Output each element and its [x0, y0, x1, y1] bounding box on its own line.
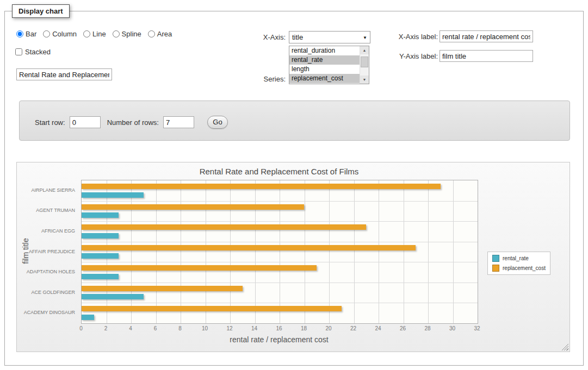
- start-row-caption: Start row:: [35, 118, 65, 127]
- x-axis-caption: X-Axis:: [242, 33, 286, 41]
- scroll-thumb[interactable]: [361, 57, 368, 67]
- x-tick-label: 26: [400, 325, 406, 331]
- chart-x-axis-label: rental rate / replacement cost: [81, 335, 477, 344]
- y-category-label: AFRICAN EGG: [17, 228, 75, 234]
- y-axis-label-input[interactable]: [440, 50, 533, 62]
- gridline: [329, 180, 330, 323]
- y-category-label: AFFAIR PREJUDICE: [17, 249, 75, 254]
- bar-rental_rate: [82, 274, 119, 279]
- x-axis-selected-value: title: [292, 33, 303, 41]
- series-options-list: rental_durationrental_ratelengthreplacem…: [289, 46, 360, 84]
- gridline: [206, 180, 206, 323]
- chart-type-radio-area[interactable]: [148, 30, 155, 37]
- gridline: [107, 180, 107, 323]
- chart-type-label: Bar: [26, 30, 36, 38]
- gridline: [379, 180, 379, 323]
- legend-label: replacement_cost: [503, 265, 546, 271]
- y-axis-label-caption: Y-Axis label:: [386, 52, 438, 60]
- bar-rental_rate: [82, 212, 119, 218]
- gridline: [453, 180, 454, 323]
- scroll-track[interactable]: [360, 54, 369, 76]
- legend-entry-rental_rate: rental_rate: [492, 255, 546, 262]
- chart-type-option-column[interactable]: Column: [43, 30, 77, 38]
- bar-rental_rate: [82, 192, 144, 198]
- y-category-label: ACE GOLDFINGER: [17, 290, 75, 295]
- chart-type-radio-bar[interactable]: [16, 30, 23, 37]
- x-tick-label: 8: [178, 325, 182, 331]
- gridline: [82, 303, 478, 303]
- x-tick-label: 12: [226, 325, 232, 331]
- row-range-controls: Start row: Number of rows: Go: [35, 116, 228, 129]
- chart-title-input[interactable]: [16, 68, 112, 80]
- plot-area: [81, 180, 478, 324]
- x-tick-label: 20: [325, 325, 331, 331]
- bar-rental_rate: [82, 253, 119, 259]
- bar-replacement_cost: [82, 204, 304, 210]
- chart-type-label: Spline: [122, 30, 141, 38]
- scroll-up-button[interactable]: ▲: [360, 46, 369, 54]
- x-tick-label: 0: [79, 325, 83, 331]
- gridline: [404, 180, 404, 323]
- chart-type-option-area[interactable]: Area: [148, 30, 172, 38]
- gridline: [82, 283, 478, 283]
- chart-type-radio-group: BarColumnLineSplineArea: [16, 30, 172, 38]
- chart-type-option-bar[interactable]: Bar: [16, 30, 36, 38]
- chart-type-radio-column[interactable]: [43, 30, 50, 37]
- gridline: [280, 180, 280, 323]
- chart-type-label: Area: [157, 30, 172, 38]
- gridline: [305, 180, 305, 323]
- x-axis-label-input[interactable]: [440, 30, 533, 42]
- display-chart-page: Display chart BarColumnLineSplineArea St…: [0, 0, 588, 370]
- chart-container: Rental Rate and Replacement Cost of Film…: [16, 162, 570, 352]
- go-button[interactable]: Go: [207, 116, 228, 129]
- series-caption: Series:: [242, 75, 286, 83]
- series-option-rental_duration[interactable]: rental_duration: [289, 46, 360, 55]
- stacked-label: Stacked: [25, 48, 51, 56]
- gridline: [181, 180, 181, 323]
- number-of-rows-input[interactable]: [163, 116, 194, 128]
- start-row-input[interactable]: [70, 116, 101, 128]
- chart-type-option-spline[interactable]: Spline: [113, 30, 141, 38]
- gridline: [82, 201, 478, 202]
- legend-swatch-icon: [492, 255, 499, 262]
- series-option-length[interactable]: length: [289, 65, 360, 74]
- x-axis-label-caption: X-Axis label:: [386, 33, 438, 41]
- chevron-down-icon: ▼: [363, 36, 367, 40]
- series-listbox: rental_durationrental_ratelengthreplacem…: [289, 46, 369, 84]
- resize-handle-icon[interactable]: [561, 343, 568, 350]
- chart-type-label: Line: [92, 30, 106, 38]
- scroll-down-button[interactable]: ▼: [360, 76, 369, 84]
- x-tick-label: 14: [251, 325, 257, 331]
- x-tick-label: 28: [424, 325, 430, 331]
- gridline: [156, 180, 157, 323]
- x-tick-label: 2: [104, 325, 108, 331]
- series-option-rental_rate[interactable]: rental_rate: [289, 55, 360, 65]
- x-tick-label: 10: [202, 325, 208, 331]
- chart-legend: rental_ratereplacement_cost: [487, 252, 550, 275]
- legend-entry-replacement_cost: replacement_cost: [492, 265, 546, 272]
- gridline: [230, 180, 231, 323]
- y-category-label: ADAPTATION HOLES: [17, 269, 75, 274]
- series-scrollbar: ▲ ▼: [360, 46, 369, 84]
- bar-replacement_cost: [82, 184, 441, 189]
- x-tick-label: 22: [350, 325, 356, 331]
- bar-replacement_cost: [82, 286, 243, 291]
- x-tick-label: 6: [154, 325, 157, 331]
- stacked-checkbox[interactable]: [15, 48, 22, 55]
- chart-type-radio-spline[interactable]: [113, 30, 120, 37]
- x-tick-labels: 02468101214161820222426283032: [81, 325, 477, 333]
- chart-type-radio-line[interactable]: [83, 30, 90, 37]
- panel-legend: Display chart: [12, 4, 70, 18]
- y-category-labels: AIRPLANE SIERRAAGENT TRUMANAFRICAN EGGAF…: [17, 180, 78, 323]
- chart-type-option-line[interactable]: Line: [83, 30, 106, 38]
- gridline: [428, 180, 429, 323]
- series-option-replacement_cost[interactable]: replacement_cost: [289, 74, 360, 83]
- bar-replacement_cost: [82, 306, 342, 311]
- bar-rental_rate: [82, 294, 144, 299]
- stacked-option[interactable]: Stacked: [15, 48, 51, 56]
- x-axis-select[interactable]: title ▼: [289, 31, 370, 43]
- legend-label: rental_rate: [503, 255, 529, 261]
- y-category-label: AIRPLANE SIERRA: [17, 187, 75, 193]
- bar-replacement_cost: [82, 245, 416, 250]
- bar-rental_rate: [82, 315, 94, 320]
